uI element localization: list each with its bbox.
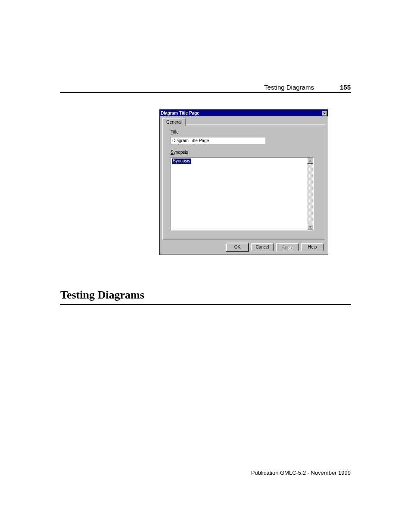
- synopsis-scrollbar[interactable]: [307, 158, 313, 230]
- page-header: Testing Diagrams 155: [60, 84, 351, 91]
- dialog-title: Diagram Title Page: [161, 111, 199, 115]
- apply-button: Apply: [276, 243, 299, 251]
- cancel-button[interactable]: Cancel: [251, 243, 274, 251]
- scroll-up-button[interactable]: [307, 158, 313, 164]
- tab-general[interactable]: General: [162, 118, 186, 126]
- running-header-title: Testing Diagrams: [264, 84, 314, 91]
- dialog-titlebar[interactable]: Diagram Title Page ×: [160, 110, 328, 116]
- title-input-value: Diagram Title Page: [172, 138, 209, 143]
- section-heading-block: Testing Diagrams: [60, 289, 351, 305]
- cancel-button-label: Cancel: [255, 245, 269, 249]
- help-button[interactable]: Help: [301, 243, 324, 251]
- dialog-diagram-title-page: Diagram Title Page × General Title Diagr…: [159, 109, 328, 255]
- title-label-rest: itle: [173, 130, 179, 134]
- tab-page-general: Title Diagram Title Page Synopsis Synops…: [162, 124, 325, 240]
- scroll-down-button[interactable]: [307, 224, 313, 230]
- dialog-button-row: OK Cancel Apply Help: [226, 243, 324, 251]
- synopsis-selected-text: Synopsis: [172, 159, 191, 164]
- title-input[interactable]: Diagram Title Page: [171, 137, 265, 144]
- synopsis-label-rest: ynopsis: [174, 150, 188, 155]
- section-heading: Testing Diagrams: [60, 289, 351, 302]
- ok-button-label: OK: [234, 245, 240, 249]
- ok-button[interactable]: OK: [226, 243, 249, 251]
- tab-general-label: General: [166, 120, 182, 124]
- document-page: Testing Diagrams 155 Diagram Title Page …: [0, 0, 411, 532]
- page-footer: Publication GMLC-5.2 - November 1999: [251, 470, 351, 476]
- close-button[interactable]: ×: [322, 111, 327, 116]
- header-divider: [60, 92, 351, 93]
- synopsis-textarea[interactable]: Synopsis: [171, 157, 314, 230]
- page-number: 155: [340, 84, 351, 91]
- synopsis-label-mnemonic: S: [171, 150, 174, 155]
- apply-button-label: Apply: [282, 245, 293, 249]
- synopsis-label: Synopsis: [171, 150, 317, 155]
- arrow-down-icon: [309, 226, 311, 228]
- close-icon: ×: [323, 111, 325, 115]
- title-label: Title: [171, 130, 317, 134]
- section-divider: [60, 304, 351, 305]
- arrow-up-icon: [309, 160, 311, 162]
- help-button-label: Help: [308, 245, 317, 249]
